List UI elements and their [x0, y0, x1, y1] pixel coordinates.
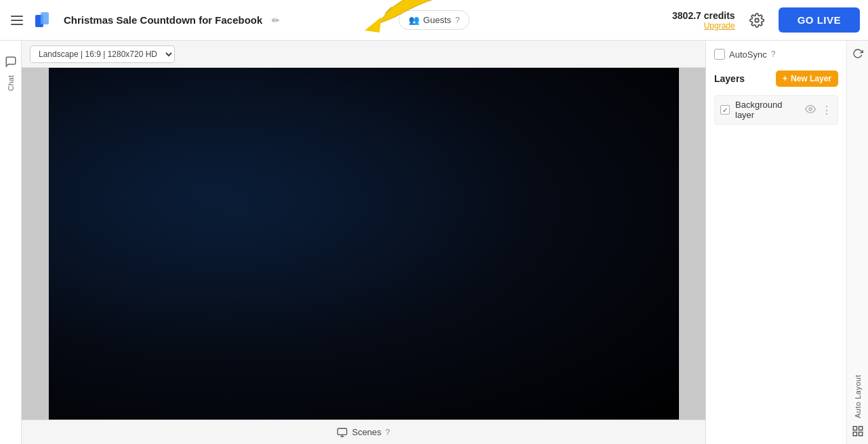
header-left: Christmas Sale Countdown for Facebook ✏ [8, 8, 398, 33]
upgrade-link[interactable]: Upgrade [672, 21, 735, 31]
auto-layout-label: Auto Layout [854, 66, 862, 418]
chat-label[interactable]: Chat [7, 75, 15, 91]
auto-layout-strip: Auto Layout [846, 41, 868, 444]
guests-help-icon[interactable]: ? [455, 16, 460, 25]
scenes-button[interactable]: Scenes ? [337, 427, 390, 438]
canvas-preview [49, 68, 679, 420]
new-layer-button[interactable]: + New Layer [776, 70, 838, 87]
svg-point-3 [755, 18, 759, 22]
svg-point-7 [809, 108, 812, 110]
layer-item: Background layer ⋮ [714, 95, 838, 125]
new-layer-label: New Layer [791, 74, 831, 83]
scenes-label: Scenes [352, 427, 381, 437]
layers-title: Layers [714, 73, 745, 84]
settings-icon[interactable] [745, 8, 769, 33]
autosync-row: AutoSync ? [714, 49, 838, 60]
autosync-help-icon[interactable]: ? [771, 49, 776, 59]
credits-block: 3802.7 credits Upgrade [672, 10, 735, 31]
scenes-help-icon[interactable]: ? [386, 428, 390, 437]
header-center: 👥 Guests ? [398, 10, 470, 30]
layer-name: Background layer [735, 100, 800, 120]
edit-title-icon[interactable]: ✏ [272, 15, 280, 26]
svg-rect-9 [859, 426, 862, 430]
svg-rect-4 [338, 428, 347, 435]
chat-icon[interactable] [5, 56, 17, 70]
guests-button[interactable]: 👥 Guests ? [398, 10, 470, 30]
go-live-button[interactable]: GO LIVE [779, 7, 860, 33]
guests-label: Guests [423, 15, 451, 25]
layers-header: Layers + New Layer [714, 70, 838, 87]
canvas-wrap [22, 68, 705, 420]
svg-rect-8 [853, 426, 856, 430]
project-title: Christmas Sale Countdown for Facebook [64, 14, 262, 26]
svg-rect-10 [853, 432, 856, 436]
layer-more-icon[interactable]: ⋮ [821, 104, 832, 117]
layers-list: Background layer ⋮ [714, 95, 838, 125]
auto-layout-refresh-icon[interactable] [850, 46, 865, 61]
canvas-area: Landscape | 16:9 | 1280x720 HD Scenes ? [22, 41, 705, 444]
layer-visibility-icon[interactable] [805, 104, 816, 117]
canvas-toolbar: Landscape | 16:9 | 1280x720 HD [22, 41, 705, 68]
autosync-label: AutoSync [729, 49, 767, 60]
app-logo [33, 8, 57, 33]
credits-amount: 3802.7 credits [672, 10, 735, 21]
right-panel: AutoSync ? Layers + New Layer Background… [705, 41, 868, 444]
header-right: 3802.7 credits Upgrade GO LIVE [470, 7, 860, 33]
canvas-footer: Scenes ? [22, 420, 705, 444]
menu-icon[interactable] [8, 13, 26, 28]
header: Christmas Sale Countdown for Facebook ✏ … [0, 0, 868, 41]
new-layer-plus-icon: + [783, 74, 787, 83]
auto-layout-grid-icon[interactable] [850, 424, 865, 439]
left-sidebar: Chat [0, 41, 22, 444]
svg-rect-1 [41, 12, 49, 24]
autosync-checkbox[interactable] [714, 49, 725, 60]
resolution-select[interactable]: Landscape | 16:9 | 1280x720 HD [30, 45, 175, 63]
svg-rect-11 [859, 432, 862, 436]
main-area: Chat Landscape | 16:9 | 1280x720 HD Scen… [0, 41, 868, 444]
guests-icon: 👥 [409, 15, 419, 25]
layer-checkbox[interactable] [720, 105, 730, 115]
right-panel-main: AutoSync ? Layers + New Layer Background… [706, 41, 846, 444]
